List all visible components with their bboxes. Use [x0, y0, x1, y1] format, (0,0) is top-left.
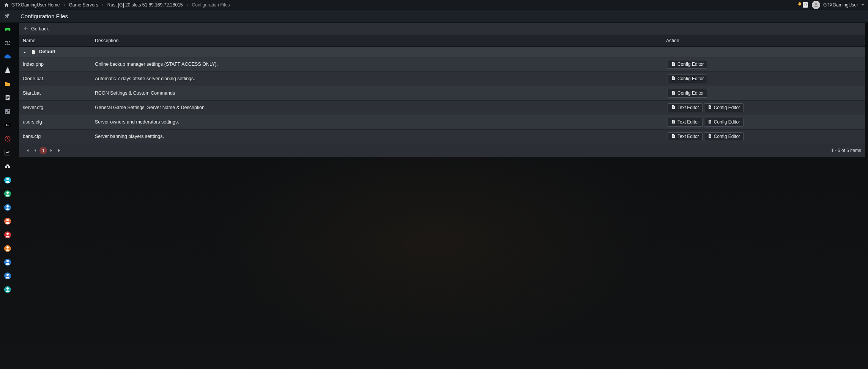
svg-point-10	[6, 205, 9, 207]
pager-next[interactable]	[47, 146, 55, 155]
sidebar-item-sliders[interactable]	[3, 39, 12, 48]
sidebar-item-admin-blue[interactable]	[3, 271, 12, 280]
text-editor-button[interactable]: Text Editor	[668, 118, 703, 127]
config-editor-button[interactable]: Config Editor	[704, 118, 744, 127]
document-icon	[707, 119, 712, 125]
document-icon	[671, 119, 676, 125]
config-editor-label: Config Editor	[714, 119, 740, 125]
flask-icon	[4, 67, 11, 75]
column-action[interactable]: Action	[664, 35, 865, 47]
config-files-table: Name Description Action Default Index.ph…	[19, 35, 865, 144]
file-name: users.cfg	[19, 115, 91, 129]
sidebar-item-console[interactable]	[3, 121, 12, 130]
config-editor-label: Config Editor	[677, 62, 704, 67]
sidebar-item-chart[interactable]	[3, 148, 12, 157]
pager-first[interactable]	[23, 146, 31, 155]
file-description: RCON Settings & Custom Commands	[91, 86, 664, 100]
chart-icon	[4, 149, 11, 157]
sidebar-item-user-cyan[interactable]	[3, 176, 12, 185]
file-description: Server owners and moderators settings.	[91, 115, 664, 129]
text-editor-label: Text Editor	[677, 119, 699, 125]
file-name: Clone.bat	[19, 71, 91, 86]
pin-icon[interactable]	[2, 13, 9, 20]
file-name: server.cfg	[19, 100, 91, 115]
config-editor-label: Config Editor	[677, 76, 704, 81]
binoculars-icon	[4, 163, 11, 171]
go-back-label: Go back	[31, 26, 49, 32]
config-editor-label: Config Editor	[677, 90, 704, 96]
titlebar: Configuration Files	[0, 10, 868, 23]
sidebar-item-update[interactable]	[3, 93, 12, 103]
breadcrumb-home[interactable]: GTXGamingUser Home	[11, 2, 60, 8]
config-editor-button[interactable]: Config Editor	[704, 132, 744, 141]
sidebar-item-scheduler[interactable]	[3, 135, 12, 144]
pager-prev[interactable]	[31, 146, 39, 155]
pager-current[interactable]: 1	[39, 147, 47, 154]
sidebar-item-wipe-teal[interactable]	[3, 285, 12, 294]
file-icon	[31, 49, 36, 55]
file-name: Start.bat	[19, 86, 91, 100]
svg-point-6	[5, 166, 7, 168]
admin-blue-icon	[4, 272, 11, 279]
svg-point-15	[6, 274, 9, 276]
sidebar-item-user-green[interactable]	[3, 189, 12, 198]
group-label: Default	[39, 49, 55, 54]
svg-point-12	[6, 233, 9, 235]
sidebar-item-binoculars[interactable]	[3, 162, 12, 171]
document-icon	[671, 76, 676, 82]
chevron-right-icon: ›	[62, 2, 66, 8]
page-title: Configuration Files	[20, 13, 68, 19]
text-editor-button[interactable]: Text Editor	[668, 132, 703, 141]
table-row: bans.cfgServer banning players setttings…	[19, 129, 865, 144]
mod-red-icon	[4, 231, 11, 238]
column-name[interactable]: Name	[19, 35, 91, 47]
sidebar-item-folder[interactable]	[3, 80, 12, 89]
sidebar-item-book-blue[interactable]	[3, 258, 12, 267]
pager-last[interactable]	[55, 146, 64, 155]
svg-point-0	[815, 3, 817, 5]
table-row: users.cfgServer owners and moderators se…	[19, 115, 865, 129]
db-blue-icon	[4, 204, 11, 211]
cloud-icon	[4, 53, 11, 61]
sidebar-item-flask[interactable]	[3, 66, 12, 75]
sidebar-item-mod-red[interactable]	[3, 230, 12, 239]
config-editor-button[interactable]: Config Editor	[668, 74, 707, 83]
group-row[interactable]: Default	[19, 47, 865, 57]
pager: 1 1 - 6 of 6 items	[19, 144, 865, 157]
document-icon	[671, 90, 676, 96]
sidebar-item-db-blue[interactable]	[3, 203, 12, 212]
breadcrumb-server[interactable]: Rust [G] 20 slots 51.89.169.72:28015	[107, 2, 183, 8]
svg-point-14	[6, 260, 9, 262]
file-actions: Config Editor	[664, 71, 865, 86]
go-back-button[interactable]: Go back	[19, 23, 865, 35]
file-actions: Config Editor	[664, 86, 865, 100]
controller-icon	[4, 26, 11, 34]
config-editor-button[interactable]: Config Editor	[668, 89, 707, 98]
file-actions: Text EditorConfig Editor	[664, 129, 865, 144]
user-menu[interactable]: GTXGamingUser	[812, 1, 864, 9]
file-name: Index.php	[19, 57, 91, 71]
file-actions: Text EditorConfig Editor	[664, 100, 865, 115]
book-blue-icon	[4, 259, 11, 266]
sidebar-item-steam[interactable]	[3, 107, 12, 116]
sidebar-item-controller[interactable]	[3, 25, 12, 34]
document-icon	[707, 105, 712, 111]
config-editor-button[interactable]: Config Editor	[668, 60, 707, 69]
wipe-teal-icon	[4, 286, 11, 293]
column-description[interactable]: Description	[91, 35, 664, 47]
config-editor-button[interactable]: Config Editor	[704, 103, 744, 112]
sidebar-item-cloud[interactable]	[3, 52, 12, 62]
breadcrumb-game-servers[interactable]: Game Servers	[69, 2, 98, 8]
file-description: Online backup manager settings (STAFF AC…	[91, 57, 664, 71]
file-description: Server banning players setttings.	[91, 129, 664, 144]
sidebar-item-mod-orange[interactable]	[3, 244, 12, 253]
chevron-right-icon: ›	[101, 2, 105, 8]
svg-point-8	[6, 178, 9, 180]
text-editor-button[interactable]: Text Editor	[668, 103, 703, 112]
sidebar-item-user-orange[interactable]	[3, 217, 12, 226]
user-cyan-icon	[4, 177, 11, 184]
svg-rect-4	[5, 123, 11, 127]
notifications-button[interactable]: 0	[797, 2, 808, 8]
home-icon	[4, 2, 9, 8]
chevron-down-icon	[23, 50, 27, 54]
